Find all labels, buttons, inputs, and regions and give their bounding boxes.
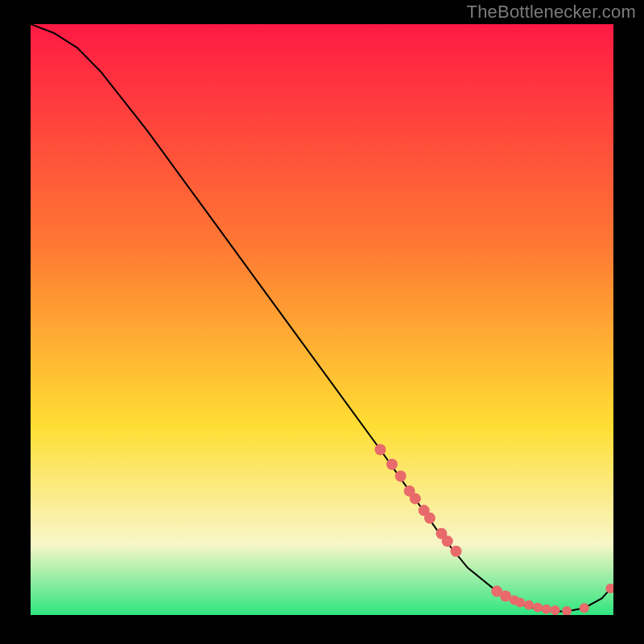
highlight-dot [515,598,525,608]
highlight-dot [442,535,453,547]
highlight-dot [410,493,421,504]
attribution-text: TheBottlenecker.com [467,2,636,23]
plot-area [31,24,613,615]
highlight-dot [542,605,551,614]
highlight-dot [533,603,543,613]
highlight-dot [374,444,386,456]
highlight-dot [524,601,534,610]
chart-svg [31,24,613,615]
highlight-dot [580,603,589,613]
highlight-dot [424,513,436,524]
highlight-dot [395,471,407,482]
gradient-background [31,24,613,615]
highlight-dot [551,605,560,615]
chart-container: TheBottlenecker.com [0,0,644,644]
highlight-dot [386,459,398,470]
highlight-dot [451,546,462,557]
